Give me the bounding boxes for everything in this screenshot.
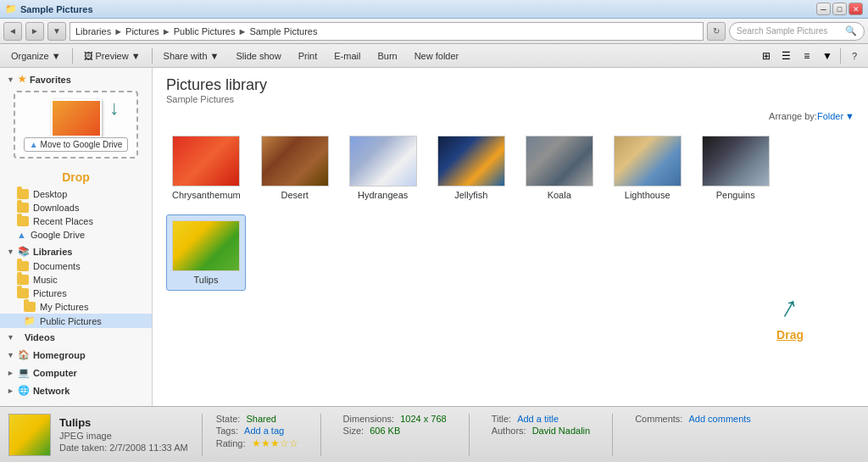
share-with-button[interactable]: Share with ▼ (156, 47, 227, 65)
forward-button[interactable]: ► (25, 22, 44, 41)
search-icon[interactable]: 🔍 (845, 25, 857, 36)
google-drive-icon2: ▲ (17, 230, 26, 240)
tags-value[interactable]: Add a tag (244, 426, 284, 436)
state-row: State: Shared (216, 414, 298, 424)
image-item-desert[interactable]: Desert (255, 130, 335, 206)
sidebar-item-recent-places[interactable]: Recent Places (0, 214, 152, 228)
status-meta-dimensions: Dimensions: 1024 x 768 Size: 606 KB (343, 414, 447, 456)
public-pictures-icon: 📁 (24, 315, 36, 326)
date-taken-label: Date taken: (59, 443, 107, 453)
image-grid: ChrysanthemumDesertHydrangeasJellyfishKo… (166, 130, 854, 291)
sidebar-libraries-header[interactable]: ▼ 📚 Libraries (0, 243, 152, 259)
new-folder-label: New folder (415, 51, 459, 61)
drag-drop-area[interactable]: ↓ ▲ Move to Google Drive (14, 91, 138, 159)
authors-row: Authors: David Nadalin (492, 426, 591, 436)
share-with-label: Share with (164, 51, 208, 61)
breadcrumb-sample-pictures[interactable]: Sample Pictures (249, 26, 317, 36)
view-large-icons[interactable]: ⊞ (757, 47, 776, 65)
arrange-value[interactable]: Folder ▼ (817, 111, 854, 121)
status-divider4 (612, 414, 613, 456)
sidebar-videos-header[interactable]: ▼ Videos (0, 330, 152, 345)
homegroup-icon: 🏠 (18, 349, 30, 360)
sidebar-item-my-pictures[interactable]: My Pictures (0, 300, 152, 314)
address-path[interactable]: Libraries ► Pictures ► Public Pictures ►… (70, 22, 704, 41)
new-folder-button[interactable]: New folder (407, 47, 467, 65)
sidebar-item-downloads[interactable]: Downloads (0, 201, 152, 214)
breadcrumb-public-pictures[interactable]: Public Pictures (174, 26, 236, 36)
authors-label: Authors: (492, 426, 526, 436)
image-item-tulips[interactable]: Tulips (166, 214, 246, 291)
email-button[interactable]: E-mail (326, 47, 368, 65)
sidebar-item-music[interactable]: Music (0, 273, 152, 287)
recent-button[interactable]: ▼ (47, 22, 66, 41)
state-label: State: (216, 414, 241, 424)
my-pictures-icon (24, 302, 36, 312)
image-item-chrysanthemum[interactable]: Chrysanthemum (166, 130, 247, 206)
move-to-google-drive-button[interactable]: ▲ Move to Google Drive (24, 137, 129, 152)
print-button[interactable]: Print (291, 47, 326, 65)
sidebar-item-public-pictures[interactable]: 📁 Public Pictures (0, 314, 152, 328)
image-item-penguins[interactable]: Penguins (696, 130, 776, 206)
image-item-hydrangeas[interactable]: Hydrangeas (343, 130, 423, 206)
sidebar-item-google-drive[interactable]: ▲ Google Drive (0, 228, 152, 242)
status-meta-state: State: Shared Tags: Add a tag Rating: ★★… (216, 414, 298, 456)
image-item-jellyfish[interactable]: Jellyfish (431, 130, 511, 206)
content-subtitle: Sample Pictures (166, 94, 854, 104)
sidebar-network-header[interactable]: ► 🌐 Network (0, 382, 152, 398)
burn-button[interactable]: Burn (370, 47, 404, 65)
sidebar: ▼ ★ Favorites ↓ ▲ Move to Google Drive D… (0, 68, 153, 406)
image-thumb-jellyfish (437, 136, 505, 186)
organize-arrow: ▼ (52, 51, 61, 61)
help-button[interactable]: ? (844, 47, 865, 65)
sidebar-favorites-header[interactable]: ▼ ★ Favorites (0, 71, 152, 87)
refresh-button[interactable]: ↻ (707, 22, 726, 41)
search-placeholder: Search Sample Pictures (737, 26, 827, 36)
search-box[interactable]: Search Sample Pictures 🔍 (729, 22, 865, 41)
slideshow-label: Slide show (236, 51, 281, 61)
breadcrumb-pictures[interactable]: Pictures (125, 26, 159, 36)
view-dropdown[interactable]: ▼ (818, 47, 837, 65)
dimensions-value: 1024 x 768 (400, 414, 446, 424)
back-button[interactable]: ◄ (3, 22, 22, 41)
organize-label: Organize (11, 51, 49, 61)
image-label-desert: Desert (281, 190, 309, 200)
image-item-lighthouse[interactable]: Lighthouse (608, 130, 687, 206)
comments-value[interactable]: Add comments (688, 414, 750, 424)
preview-button[interactable]: 🖼 Preview ▼ (76, 47, 148, 65)
breadcrumb-libraries[interactable]: Libraries (75, 26, 111, 36)
image-thumb-koala (526, 136, 593, 186)
image-thumb-tulips (172, 220, 240, 271)
view-details[interactable]: ≡ (798, 47, 816, 65)
breadcrumb-arrow2: ► (162, 26, 171, 36)
image-label-lighthouse: Lighthouse (625, 190, 670, 200)
organize-button[interactable]: Organize ▼ (3, 47, 69, 65)
close-button[interactable]: ✕ (849, 3, 863, 15)
image-label-chrysanthemum: Chrysanthemum (172, 190, 241, 200)
maximize-button[interactable]: □ (832, 3, 847, 15)
minimize-button[interactable]: ─ (816, 3, 831, 15)
sidebar-item-documents[interactable]: Documents (0, 259, 152, 273)
arrange-dropdown-arrow: ▼ (845, 111, 854, 121)
rating-label: Rating: (216, 438, 246, 448)
title-value[interactable]: Add a title (517, 414, 559, 424)
slideshow-button[interactable]: Slide show (228, 47, 288, 65)
computer-arrow: ► (7, 369, 14, 377)
image-thumb-chrysanthemum (172, 136, 240, 186)
state-value: Shared (247, 414, 276, 424)
arrange-bar: Arrange by: Folder ▼ (166, 111, 854, 121)
sidebar-item-desktop[interactable]: Desktop (0, 187, 152, 201)
image-item-koala[interactable]: Koala (520, 130, 599, 206)
sidebar-item-pictures[interactable]: Pictures (0, 287, 152, 300)
sidebar-section-homegroup: ▼ 🏠 Homegroup (0, 347, 152, 363)
view-list[interactable]: ☰ (777, 47, 796, 65)
sidebar-homegroup-header[interactable]: ▼ 🏠 Homegroup (0, 347, 152, 363)
rating-stars[interactable]: ★★★☆☆ (252, 437, 298, 449)
share-arrow: ▼ (210, 51, 220, 61)
favorites-label: Favorites (30, 75, 71, 85)
sidebar-computer-header[interactable]: ► 💻 Computer (0, 365, 152, 381)
computer-label: Computer (33, 368, 77, 378)
downloads-folder-icon (17, 203, 29, 213)
drag-label: Drag (776, 328, 804, 342)
toolbar: Organize ▼ 🖼 Preview ▼ Share with ▼ Slid… (0, 44, 868, 68)
tags-row: Tags: Add a tag (216, 426, 298, 436)
